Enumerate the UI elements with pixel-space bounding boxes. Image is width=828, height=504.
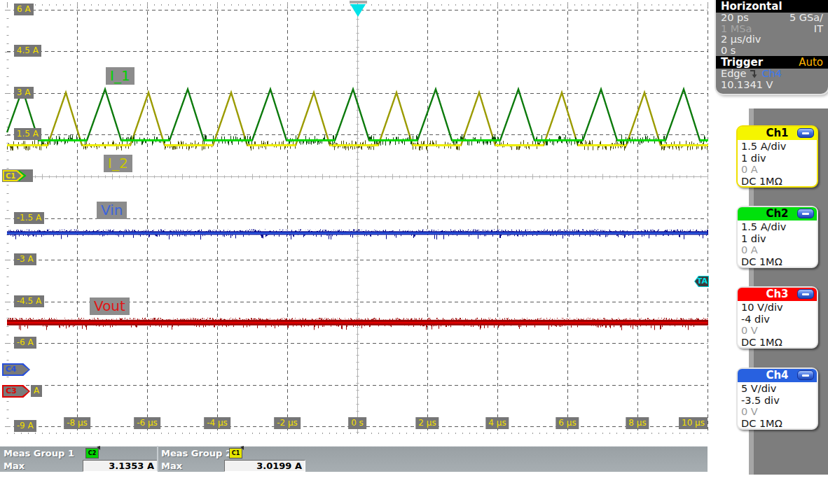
horizontal-title: Horizontal (721, 0, 782, 13)
x-axis-label: -4 µs (204, 417, 230, 429)
meas-group-2-stat: Max (161, 461, 182, 471)
trigger-source: Ch4 (762, 69, 782, 80)
channel-header[interactable]: Ch2 (738, 207, 817, 220)
x-axis-label: 8 µs (626, 417, 649, 429)
channel-position: 1 div (741, 153, 813, 164)
channel-position: -4 div (741, 314, 813, 326)
y-axis-label: -6 A (14, 337, 36, 349)
trigger-position-marker[interactable] (350, 4, 366, 17)
minimize-button[interactable] (797, 289, 814, 299)
x-axis-label: 2 µs (415, 417, 439, 429)
channel-offset: 0 V (741, 325, 813, 337)
minus-icon (802, 132, 809, 134)
channel-position: -3.5 div (741, 395, 813, 407)
channel-scale: 1.5 A/div (741, 221, 813, 233)
channel-coupling: DC 1MΩ (741, 418, 813, 430)
channel-scale: 1.5 A/div (741, 141, 813, 153)
trigger-type: Edge (721, 69, 747, 80)
meas-group-1-value: 3.1353 A (83, 460, 158, 472)
meas-group-separator (157, 446, 158, 471)
channel-scale: 10 V/div (741, 302, 813, 314)
minus-icon (802, 213, 809, 215)
minus-icon (802, 293, 809, 295)
y-axis-label: 6 A (14, 4, 34, 15)
horizontal-panel-titlebar[interactable]: Horizontal (716, 0, 828, 13)
horizontal-acq-mode: IT (814, 24, 823, 35)
y-axis-label: 1.5 A (14, 128, 41, 140)
meas-group-2-value: 3.0199 A (224, 460, 305, 472)
channel-name: Ch3 (766, 288, 788, 300)
trace-label-i_2[interactable]: I_2 (104, 155, 132, 172)
y-axis-label: 3 A (14, 87, 34, 99)
channel-scale: 5 V/div (741, 383, 813, 395)
minimize-button[interactable] (797, 209, 814, 218)
channel-card-ch4[interactable]: Ch45 V/div-3.5 div0 VDC 1MΩ (736, 368, 818, 430)
trigger-position-cap (350, 1, 367, 4)
trace-label-vin[interactable]: Vin (97, 202, 127, 219)
svg-text:C1: C1 (6, 172, 15, 180)
channel-offset: 0 V (741, 406, 813, 418)
minus-icon (802, 374, 809, 377)
y-axis-label: -3 A (14, 253, 36, 265)
channel-card-ch2[interactable]: Ch21.5 A/div1 div0 ADC 1MΩ (736, 206, 818, 268)
c3-offset-marker[interactable]: C3 (2, 385, 30, 398)
horizontal-resolution: 20 ps (721, 13, 749, 24)
channel-name: Ch2 (766, 207, 788, 220)
channel-card-ch1[interactable]: Ch11.5 A/div1 div0 ADC 1MΩ (736, 125, 818, 188)
x-axis-label: 0 s (348, 417, 366, 429)
channel-name: Ch1 (766, 127, 788, 139)
channel-header[interactable]: Ch3 (738, 288, 817, 301)
falling-edge-icon (749, 69, 760, 79)
channel-offset: 0 A (741, 244, 813, 256)
meas-group-1-stat: Max (4, 461, 25, 471)
y-axis-label: 4.5 A (14, 45, 41, 57)
x-axis-label: 6 µs (556, 417, 579, 429)
channel-header[interactable]: Ch1 (738, 127, 817, 140)
horizontal-timebase: 2 µs/div (721, 34, 761, 46)
channel-card-ch3[interactable]: Ch310 V/div-4 div0 VDC 1MΩ (736, 286, 818, 349)
y-axis-label: -1.5 A (14, 212, 44, 224)
minimize-button[interactable] (797, 128, 814, 138)
y-axis-label: -9 A (14, 420, 36, 432)
x-axis-label: 10 µs (679, 417, 708, 429)
horizontal-position: 0 s (721, 46, 736, 57)
trace-label-vout[interactable]: Vout (90, 298, 130, 315)
channel-name: Ch4 (766, 369, 788, 382)
oscilloscope-screen: { "horizontal": { "title": "Horizontal",… (0, 0, 828, 504)
trigger-title: Trigger (721, 56, 763, 69)
trigger-level: 10.1341 V (721, 80, 773, 91)
horizontal-trigger-panel[interactable]: Horizontal 20 ps 5 GSa/ 1 MSa IT 2 µs/di… (716, 0, 828, 94)
horizontal-sample-rate: 5 GSa/ (789, 13, 823, 24)
channel-coupling: DC 1MΩ (741, 256, 813, 268)
channel-offset: 0 A (741, 164, 813, 176)
measurement-bar: Meas Group 1 C2 Max 3.1353 A Meas Group … (0, 446, 708, 472)
x-axis-label: -2 µs (274, 417, 301, 429)
trigger-panel-titlebar[interactable]: Trigger Auto (716, 56, 828, 69)
waveform-display: C1 C4 A C3 TA 6 A4.5 A3 A1.5 A-1.5 A-3 A… (0, 0, 710, 438)
trace-label-i_1[interactable]: I_1 (106, 67, 134, 85)
x-axis-label: -6 µs (134, 417, 160, 429)
meas-group-2-title: Meas Group 2 (161, 448, 232, 458)
x-axis-label: -8 µs (64, 417, 90, 429)
channel-coupling: DC 1MΩ (741, 337, 813, 349)
c4-offset-marker[interactable]: C4 (2, 363, 30, 376)
meas-group-1-title: Meas Group 1 (4, 448, 74, 458)
minimize-button[interactable] (797, 370, 814, 380)
c1-c2-chevron-icon: C1 (2, 169, 33, 182)
meas-group-2-source-badge: C1 (229, 448, 242, 458)
c1-offset-marker[interactable]: C1 (2, 169, 33, 182)
trigger-mode: Auto (799, 56, 823, 69)
channel-header[interactable]: Ch4 (738, 369, 817, 382)
y-axis-label-partial: A (31, 385, 42, 397)
y-axis-label: -4.5 A (14, 295, 44, 307)
channel-position: 1 div (741, 233, 813, 245)
meas-group-1-source-badge: C2 (85, 448, 99, 458)
x-axis-label: 4 µs (485, 417, 509, 429)
channel-coupling: DC 1MΩ (741, 176, 813, 188)
horizontal-record-length: 1 MSa (721, 24, 752, 35)
